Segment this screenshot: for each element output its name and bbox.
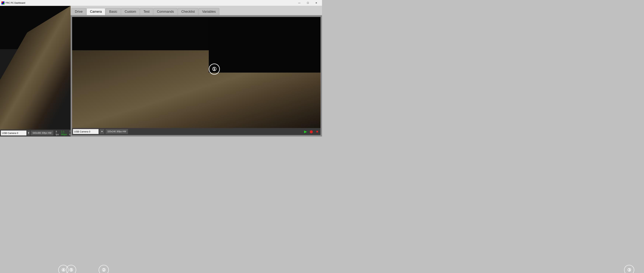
badge-1: ①	[209, 63, 220, 75]
tab-variables[interactable]: Variables	[198, 8, 219, 15]
left-fps-stat: 8 fps	[55, 130, 60, 136]
tab-checklist[interactable]: Checklist	[178, 8, 198, 15]
minimize-button[interactable]: —	[295, 0, 304, 6]
tab-drive[interactable]: Drive	[71, 8, 86, 15]
window-controls: — ☐ ✕	[295, 0, 320, 6]
right-cam-dark-corner	[209, 17, 320, 73]
right-camera-controls: ▼ 320x240 30fps HW ▶ ⬤ ■	[72, 128, 320, 135]
svg-rect-3	[3, 3, 4, 4]
title-bar: FRC PC Dashboard — ☐ ✕	[0, 0, 322, 6]
right-camera-dropdown[interactable]: ▼	[100, 129, 104, 134]
right-area: Drive Camera Basic Custom Test Commands …	[71, 6, 322, 136]
tab-basic[interactable]: Basic	[106, 8, 121, 15]
left-camera-feed	[0, 6, 71, 129]
tab-commands[interactable]: Commands	[154, 8, 178, 15]
record-button[interactable]: ⬤	[309, 129, 314, 134]
right-cam-bg	[72, 17, 320, 128]
right-camera-view: ① ▼ 320x240 30fps HW ▶ ⬤	[72, 17, 320, 135]
svg-rect-1	[3, 1, 4, 3]
play-button[interactable]: ▶	[303, 129, 308, 134]
left-bitrate-stat: 1.1 Mbps	[60, 130, 68, 136]
tab-bar: Drive Camera Basic Custom Test Commands …	[71, 6, 322, 15]
left-camera-name-input[interactable]	[1, 130, 26, 136]
maximize-button[interactable]: ☐	[304, 0, 312, 6]
left-camera-controls: ▼ 640x480 30fps HW 8 fps 1.1 Mbps 7 fps	[0, 129, 71, 136]
right-camera-name-input[interactable]	[73, 129, 99, 134]
left-camera-dropdown[interactable]: ▼	[27, 130, 30, 136]
app-title: FRC PC Dashboard	[6, 2, 25, 4]
tab-custom[interactable]: Custom	[121, 8, 140, 15]
right-camera-feed: ①	[72, 17, 320, 128]
svg-rect-2	[2, 3, 3, 4]
tab-test[interactable]: Test	[140, 8, 153, 15]
main-content: ▼ 640x480 30fps HW 8 fps 1.1 Mbps 7 fps …	[0, 6, 322, 136]
right-camera-settings[interactable]: 320x240 30fps HW	[105, 129, 128, 134]
left-camera-settings[interactable]: 640x480 30fps HW	[30, 130, 54, 136]
app-icon	[2, 1, 4, 4]
tab-camera[interactable]: Camera	[86, 8, 105, 15]
left-camera-panel: ▼ 640x480 30fps HW 8 fps 1.1 Mbps 7 fps	[0, 6, 71, 136]
close-button[interactable]: ✕	[312, 0, 320, 6]
svg-rect-0	[2, 1, 3, 3]
camera-content: ① ▼ 320x240 30fps HW ▶ ⬤	[71, 15, 322, 136]
title-bar-left: FRC PC Dashboard	[2, 1, 25, 4]
stop-button[interactable]: ■	[314, 129, 320, 134]
